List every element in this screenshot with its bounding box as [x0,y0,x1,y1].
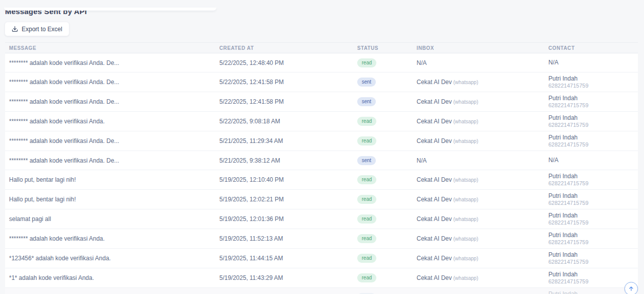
table-row: ******** adalah kode verifikasi Anda. De… [5,53,638,72]
contact-name: Putri Indah [548,114,634,122]
column-header-created-at: CREATED AT [219,43,357,53]
status-badge: read [357,117,376,126]
download-icon [12,26,18,32]
created-at-cell: 5/19/2025, 12:10:40 PM [219,170,357,190]
messages-sent-page: Messages Sent by API Export to Excel MES… [0,8,644,294]
message-cell: ******** adalah kode verifikasi Anda. [5,229,219,249]
status-cell: read [357,249,417,268]
message-cell: ******** adalah kode verifikasi Anda. De… [5,131,219,151]
contact-name: Putri Indah [548,75,634,83]
table-row: Hallo put, bentar lagi nih!5/19/2025, 12… [5,190,638,209]
contact-name: N/A [548,157,634,164]
contact-name: N/A [548,59,634,66]
status-badge: read [357,175,376,184]
message-cell: ******** adalah kode verifikasi Anda. De… [5,151,219,170]
contact-name: Putri Indah [548,232,634,239]
inbox-name: Cekat AI Dev [417,215,452,223]
contact-cell: N/A [548,53,638,72]
created-at-cell: 5/22/2025, 12:41:58 PM [219,92,357,112]
contact-cell: Putri Indah6282214715759 [548,209,638,229]
inbox-cell: Cekat AI Dev(whatsapp) [417,229,548,249]
inbox-name: Cekat AI Dev [417,255,452,262]
contact-number: 6282214715759 [548,259,634,265]
inbox-cell: N/A [417,151,548,170]
inbox-channel: (whatsapp) [453,80,478,85]
contact-cell: Putri Indah6282214715759 [548,72,638,92]
inbox-channel: (whatsapp) [453,216,478,222]
messages-table: MESSAGE CREATED AT STATUS INBOX CONTACT … [5,42,638,294]
created-at-cell: 5/19/2025, 11:52:13 AM [219,229,357,249]
contact-cell: Putri Indah6282214715759 [548,268,638,288]
created-at-cell: 5/22/2025, 12:48:40 PM [219,53,357,72]
inbox-name: Cekat AI Dev [417,137,452,144]
contact-name: Putri Indah [548,95,634,102]
status-badge: read [357,254,376,263]
created-at-cell: 5/19/2025, 11:44:15 AM [219,249,357,268]
status-cell: sent [357,288,417,294]
contact-number: 6282214715759 [548,200,634,206]
column-header-contact: CONTACT [548,43,638,53]
inbox-channel: (whatsapp) [453,236,478,242]
status-cell: read [357,131,417,151]
column-header-inbox: INBOX [417,43,548,53]
inbox-name: Cekat AI Dev [417,235,452,242]
table-row: Hallo put, bentar lagi nih!5/19/2025, 12… [5,170,638,190]
contact-cell: Putri Indah6282214715759 [548,131,638,151]
inbox-channel: (whatsapp) [453,177,478,183]
message-cell: Hallo put, bentar lagi nih! [5,190,219,209]
contact-name: Putri Indah [548,271,634,278]
table-row: ******** adalah kode verifikasi Anda. De… [5,131,638,151]
status-cell: read [357,209,417,229]
contact-cell: Putri Indah6282214715759 [548,229,638,249]
inbox-name: Cekat AI Dev [417,176,452,183]
inbox-cell: Cekat AI Dev(whatsapp) [417,112,548,131]
created-at-cell: 5/22/2025, 9:08:18 AM [219,112,357,131]
column-header-message: MESSAGE [5,43,219,53]
contact-cell: Putri Indah6282214715759 [548,190,638,209]
contact-number: 6282214715759 [548,180,634,187]
inbox-name: Cekat AI Dev [417,196,452,203]
column-header-status: STATUS [357,43,417,53]
message-cell: ******** adalah kode verifikasi Anda. [5,112,219,131]
inbox-name: Cekat AI Dev [417,118,452,125]
filter-card-remnant [4,8,216,11]
inbox-name: N/A [417,59,427,66]
status-badge: sent [357,78,376,87]
inbox-channel: (whatsapp) [453,119,478,124]
inbox-name: N/A [417,157,427,164]
inbox-name: Cekat AI Dev [417,98,452,105]
inbox-cell: Cekat AI Dev(whatsapp) [417,190,548,209]
table-row: ******** adalah kode verifikasi Anda. De… [5,92,638,112]
up-arrow-icon [628,286,634,291]
created-at-cell: 5/21/2025, 11:29:34 AM [219,131,357,151]
contact-cell: Putri Indah6282214715759 [548,92,638,112]
contact-name: Putri Indah [548,192,634,200]
contact-cell: Putri Indah6282214715759 [548,170,638,190]
contact-number: 6282214715759 [548,278,634,285]
table-row: selamat pagi all5/19/2025, 12:01:36 PMre… [5,209,638,229]
inbox-cell: Cekat AI Dev(whatsapp) [417,131,548,151]
message-cell: *1* adalah kode verifikasi Anda. [5,268,219,288]
status-cell: sent [357,151,417,170]
status-badge: sent [357,97,376,106]
created-at-cell: 5/22/2025, 12:41:58 PM [219,72,357,92]
table-row: ******** adalah kode verifikasi Anda. De… [5,151,638,170]
contact-name: Putri Indah [548,251,634,259]
status-cell: read [357,170,417,190]
table-row: ******** adalah kode verifikasi Anda.5/2… [5,112,638,131]
message-cell: selamat pagi all [5,209,219,229]
status-badge: read [357,214,376,224]
inbox-channel: (whatsapp) [453,275,478,281]
inbox-channel: (whatsapp) [453,138,478,144]
table-row: ******** adalah kode verifikasi Anda.5/1… [5,229,638,249]
inbox-channel: (whatsapp) [453,256,478,261]
status-badge: read [357,58,376,67]
export-to-excel-button[interactable]: Export to Excel [5,22,69,36]
status-badge: read [357,234,376,243]
inbox-cell: Cekat AI Dev(whatsapp) [417,249,548,268]
scroll-to-top-button[interactable] [624,282,638,294]
contact-number: 6282214715759 [548,102,634,109]
inbox-cell: Cekat AI Dev(whatsapp) [417,92,548,112]
created-at-cell: 5/19/2025, 12:01:36 PM [219,209,357,229]
inbox-name: Cekat AI Dev [417,79,452,86]
